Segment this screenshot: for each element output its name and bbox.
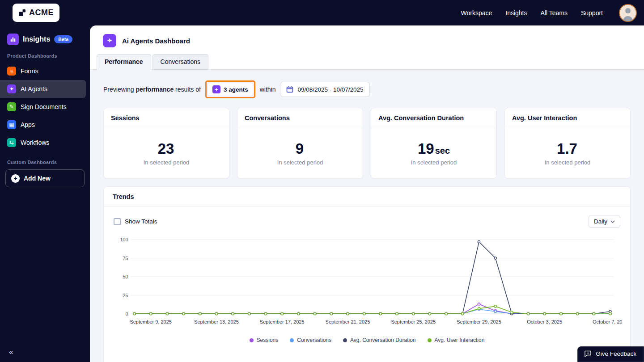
preview-text: Previewing performance results of bbox=[103, 86, 201, 93]
stat-card-conversations: Conversations 9 In selected period bbox=[237, 108, 363, 179]
svg-text:October 7, 2025: October 7, 2025 bbox=[593, 319, 622, 324]
insights-icon bbox=[7, 34, 19, 45]
sidebar-item-apps[interactable]: ▦ Apps bbox=[0, 116, 86, 134]
sidebar-item-label: AI Agents bbox=[21, 85, 47, 93]
within-label: within bbox=[260, 86, 276, 93]
trends-title: Trends bbox=[104, 187, 630, 207]
svg-text:50: 50 bbox=[123, 274, 128, 279]
show-totals-toggle[interactable]: Show Totals bbox=[114, 218, 157, 225]
agents-count-label: 3 agents bbox=[224, 86, 248, 93]
sidebar-item-label: Workflows bbox=[21, 139, 49, 146]
stat-card-avg-user-interaction: Avg. User Interaction 1.7 In selected pe… bbox=[504, 108, 631, 179]
svg-text:September 9, 2025: September 9, 2025 bbox=[130, 319, 172, 324]
nav-link-workspace[interactable]: Workspace bbox=[461, 9, 492, 17]
user-avatar[interactable] bbox=[619, 4, 637, 22]
sidebar-item-ai-agents[interactable]: ✦ AI Agents bbox=[0, 80, 86, 98]
page-title: Ai Agents Dashboard bbox=[122, 37, 190, 45]
tab-conversations[interactable]: Conversations bbox=[153, 54, 209, 70]
show-totals-checkbox[interactable] bbox=[114, 218, 121, 225]
sidebar-item-sign-documents[interactable]: ✎ Sign Documents bbox=[0, 98, 86, 116]
sign-documents-icon: ✎ bbox=[7, 102, 16, 111]
legend-item-avg-user-interaction: Avg. User Interaction bbox=[428, 337, 485, 343]
stats-grid: Sessions 23 In selected period Conversat… bbox=[103, 108, 631, 179]
top-nav-links: Workspace Insights All Teams Support bbox=[461, 4, 637, 22]
add-new-button[interactable]: + Add New bbox=[5, 169, 85, 187]
sidebar-item-label: Forms bbox=[21, 67, 38, 75]
sidebar-item-forms[interactable]: ≡ Forms bbox=[0, 62, 86, 80]
main-panel: ✦ Ai Agents Dashboard Performance Conver… bbox=[90, 25, 644, 362]
legend-dot bbox=[250, 338, 254, 342]
plus-icon: + bbox=[11, 174, 20, 183]
svg-text:75: 75 bbox=[123, 256, 128, 261]
svg-text:October 3, 2025: October 3, 2025 bbox=[527, 319, 562, 324]
svg-text:100: 100 bbox=[120, 237, 128, 242]
sidebar-title: Insights bbox=[23, 35, 50, 43]
workflows-icon: ⇆ bbox=[7, 138, 16, 147]
stat-caption: In selected period bbox=[277, 159, 323, 166]
date-range-label: 09/08/2025 - 10/07/2025 bbox=[297, 86, 363, 93]
svg-text:0: 0 bbox=[125, 311, 128, 316]
agents-selector-button[interactable]: ✦ 3 agents bbox=[208, 83, 253, 96]
give-feedback-button[interactable]: Give Feedback bbox=[577, 346, 644, 362]
legend-dot bbox=[343, 338, 347, 342]
stat-label: Sessions bbox=[104, 108, 229, 128]
legend-dot bbox=[428, 338, 432, 342]
collapse-sidebar-icon[interactable]: « bbox=[9, 348, 13, 357]
svg-text:September 13, 2025: September 13, 2025 bbox=[194, 319, 239, 324]
sidebar-item-workflows[interactable]: ⇆ Workflows bbox=[0, 134, 86, 152]
svg-text:September 25, 2025: September 25, 2025 bbox=[391, 319, 436, 324]
tab-bar: Performance Conversations bbox=[90, 54, 644, 69]
stat-label: Avg. User Interaction bbox=[505, 108, 630, 128]
legend-item-sessions: Sessions bbox=[250, 337, 279, 343]
svg-text:September 17, 2025: September 17, 2025 bbox=[260, 319, 305, 324]
preview-bar: Previewing performance results of ✦ 3 ag… bbox=[103, 80, 631, 98]
stat-value: 9 bbox=[296, 141, 305, 156]
give-feedback-label: Give Feedback bbox=[596, 350, 636, 357]
stat-caption: In selected period bbox=[411, 159, 457, 166]
section-custom-dashboards: Custom Dashboards bbox=[7, 160, 83, 165]
trends-chart: 0255075100September 9, 2025September 13,… bbox=[109, 234, 622, 332]
stat-card-avg-conversation-duration: Avg. Conversation Duration 19sec In sele… bbox=[371, 108, 497, 179]
apps-icon: ▦ bbox=[7, 120, 16, 129]
stat-label: Avg. Conversation Duration bbox=[371, 108, 496, 128]
top-navbar: ACME Workspace Insights All Teams Suppor… bbox=[0, 0, 644, 25]
agent-sparkle-icon: ✦ bbox=[212, 85, 220, 93]
highlight-annotation: ✦ 3 agents bbox=[205, 80, 255, 98]
stat-value: 19sec bbox=[418, 141, 450, 156]
stat-caption: In selected period bbox=[545, 159, 591, 166]
date-range-button[interactable]: 09/08/2025 - 10/07/2025 bbox=[280, 82, 369, 97]
nav-link-all-teams[interactable]: All Teams bbox=[541, 9, 568, 17]
tab-performance[interactable]: Performance bbox=[97, 54, 151, 70]
nav-link-support[interactable]: Support bbox=[581, 9, 603, 17]
sidebar-item-label: Sign Documents bbox=[21, 103, 67, 110]
sidebar: Insights Beta Product Dashboards ≡ Forms… bbox=[0, 25, 90, 362]
calendar-icon bbox=[286, 86, 293, 93]
acme-logo-icon bbox=[18, 9, 26, 17]
sidebar-item-label: Apps bbox=[21, 121, 35, 128]
nav-link-insights[interactable]: Insights bbox=[505, 9, 527, 17]
acme-logo[interactable]: ACME bbox=[13, 4, 59, 22]
stat-card-sessions: Sessions 23 In selected period bbox=[103, 108, 229, 179]
svg-text:25: 25 bbox=[123, 293, 128, 298]
interval-label: Daily bbox=[594, 218, 607, 225]
stat-label: Conversations bbox=[237, 108, 363, 128]
dashboard-icon: ✦ bbox=[103, 34, 116, 47]
add-new-label: Add New bbox=[24, 175, 51, 182]
svg-text:September 29, 2025: September 29, 2025 bbox=[457, 319, 501, 324]
chart-legend: Sessions Conversations Avg. Conversation… bbox=[104, 337, 630, 343]
chevron-down-icon bbox=[610, 220, 615, 223]
preview-bold-word: performance bbox=[136, 86, 174, 93]
stat-value: 23 bbox=[158, 141, 175, 156]
interval-select[interactable]: Daily bbox=[589, 215, 620, 228]
beta-badge: Beta bbox=[54, 35, 72, 43]
acme-logo-text: ACME bbox=[29, 8, 54, 17]
forms-icon: ≡ bbox=[7, 67, 16, 76]
legend-item-avg-conversation-duration: Avg. Conversation Duration bbox=[343, 337, 416, 343]
sidebar-header: Insights Beta bbox=[0, 34, 90, 45]
stat-caption: In selected period bbox=[144, 159, 190, 166]
svg-text:September 21, 2025: September 21, 2025 bbox=[326, 319, 370, 324]
trends-card: Trends Show Totals Daily 0255075100Septe… bbox=[103, 186, 631, 362]
show-totals-label: Show Totals bbox=[125, 218, 157, 225]
legend-dot bbox=[290, 338, 294, 342]
section-product-dashboards: Product Dashboards bbox=[7, 53, 83, 59]
